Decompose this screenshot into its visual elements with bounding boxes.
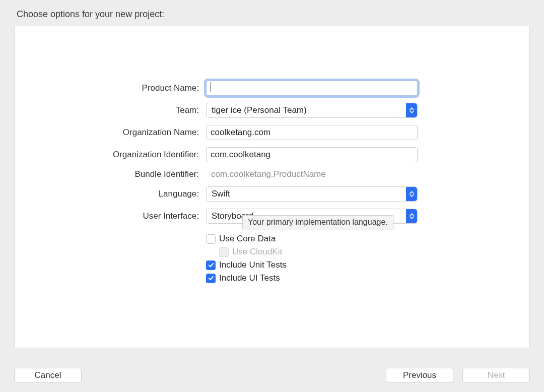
product-name-input[interactable] (206, 81, 418, 96)
include-ui-tests-checkbox[interactable] (206, 274, 216, 283)
organization-name-input[interactable] (206, 125, 418, 140)
checkmark-icon (208, 275, 214, 281)
organization-identifier-label: Organization Identifier: (15, 150, 206, 160)
organization-name-label: Organization Name: (15, 127, 206, 138)
checkmark-icon (208, 262, 214, 268)
bundle-identifier-value: com.coolketang.ProductName (206, 169, 418, 179)
use-cloudkit-checkbox (219, 247, 229, 257)
language-select-value: Swift (212, 189, 230, 199)
team-label: Team: (15, 105, 206, 115)
updown-chevron-icon (406, 187, 417, 201)
updown-chevron-icon (406, 209, 417, 223)
updown-chevron-icon (406, 103, 417, 117)
team-select[interactable]: tiger ice (Personal Team) (206, 103, 418, 118)
footer: Cancel Previous Next (14, 368, 530, 383)
language-tooltip: Your primary implementation language. (242, 215, 393, 229)
team-select-value: tiger ice (Personal Team) (212, 105, 307, 115)
include-unit-tests-label: Include Unit Tests (219, 260, 287, 270)
language-select[interactable]: Swift (206, 186, 418, 202)
language-label: Language: (15, 189, 206, 199)
next-button: Next (462, 368, 530, 383)
product-name-label: Product Name: (15, 83, 206, 93)
include-unit-tests-checkbox[interactable] (206, 260, 216, 270)
use-core-data-label: Use Core Data (219, 234, 276, 244)
organization-identifier-input[interactable] (206, 147, 418, 162)
include-ui-tests-label: Include UI Tests (219, 273, 280, 283)
cancel-button[interactable]: Cancel (14, 368, 82, 383)
user-interface-label: User Interface: (15, 211, 206, 221)
use-core-data-checkbox[interactable] (206, 234, 216, 244)
use-cloudkit-label: Use CloudKit (232, 247, 282, 257)
page-heading: Choose options for your new project: (0, 0, 544, 26)
bundle-identifier-label: Bundle Identifier: (15, 169, 206, 179)
previous-button[interactable]: Previous (386, 368, 453, 383)
project-options-form: Product Name: Team: tiger ice (Personal … (15, 81, 529, 288)
main-panel: Product Name: Team: tiger ice (Personal … (14, 26, 530, 348)
